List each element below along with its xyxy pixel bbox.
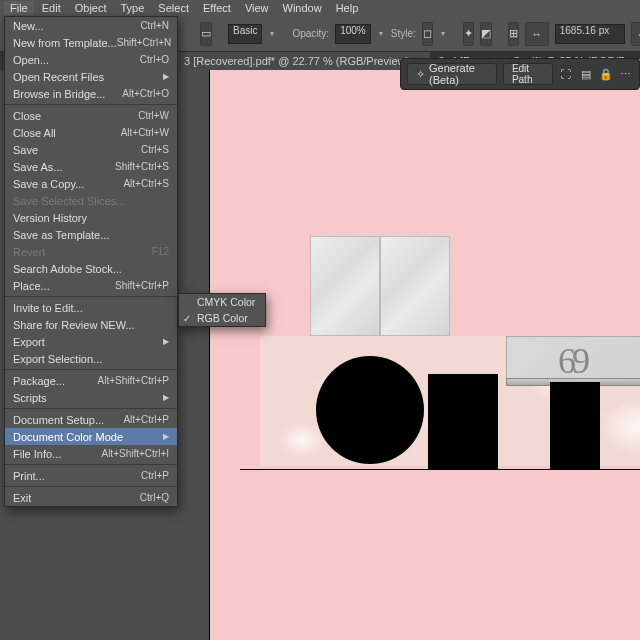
menu-item-label: Share for Review NEW... [13,319,135,331]
preset-dropdown[interactable]: Basic [228,24,262,44]
marble-block[interactable] [310,236,380,336]
black-rect[interactable] [550,382,600,469]
menu-item-label: Open... [13,54,49,66]
transform-icon[interactable]: ↔ [525,22,549,46]
menu-item[interactable]: Document Color Mode▶ [5,428,177,445]
width-field[interactable]: 1685.16 px [555,24,625,44]
menu-item[interactable]: ExitCtrl+Q [5,489,177,506]
menu-item-label: Package... [13,375,65,387]
menu-item[interactable]: Save a Copy...Alt+Ctrl+S [5,175,177,192]
generate-label: Generate (Beta) [429,62,488,86]
menu-item-label: Scripts [13,392,47,404]
menu-item[interactable]: Print...Ctrl+P [5,467,177,484]
shortcut-label: Alt+Ctrl+W [121,127,169,138]
marble-block[interactable] [380,236,450,336]
style-label: Style: [391,28,416,39]
menu-item[interactable]: Package...Alt+Shift+Ctrl+P [5,372,177,389]
menu-item[interactable]: Document Setup...Alt+Ctrl+P [5,411,177,428]
menu-item[interactable]: SaveCtrl+S [5,141,177,158]
menu-item-label: Save As... [13,161,63,173]
menu-item[interactable]: Place...Shift+Ctrl+P [5,277,177,294]
align-icon[interactable]: ⊞ [508,22,519,46]
stroke-width-icon[interactable]: ▭ [200,22,212,46]
menu-item[interactable]: Export▶ [5,333,177,350]
menu-item-label: File Info... [13,448,61,460]
menu-item-label: Document Setup... [13,414,104,426]
document-color-mode-submenu: CMYK ColorRGB Color [178,293,266,327]
menu-item[interactable]: File Info...Alt+Shift+Ctrl+I [5,445,177,462]
submenu-arrow-icon: ▶ [163,393,169,402]
submenu-arrow-icon: ▶ [163,72,169,81]
shortcut-label: Ctrl+O [140,54,169,65]
menu-item[interactable]: New from Template...Shift+Ctrl+N [5,34,177,51]
menu-item[interactable]: CloseCtrl+W [5,107,177,124]
black-rect[interactable] [428,374,498,469]
menu-item-label: Export Selection... [13,353,102,365]
document-tab[interactable]: 3 [Recovered].pdf* @ 22.77 % (RGB/Previe… [176,52,431,70]
menu-item[interactable]: Browse in Bridge...Alt+Ctrl+O [5,85,177,102]
opacity-label: Opacity: [292,28,329,39]
menubar-item-window[interactable]: Window [277,1,328,15]
edit-path-button[interactable]: Edit Path [503,63,553,85]
menu-item-label: Document Color Mode [13,431,123,443]
tab-label: 3 [Recovered].pdf* @ 22.77 % (RGB/Previe… [184,55,409,67]
file-menu: New...Ctrl+NNew from Template...Shift+Ct… [4,16,178,507]
artboard[interactable]: 69 [210,70,640,640]
menu-item[interactable]: Invite to Edit... [5,299,177,316]
tool-icon[interactable]: ✦ [463,22,474,46]
menubar: FileEditObjectTypeSelectEffectViewWindow… [0,0,640,16]
shortcut-label: Alt+Shift+Ctrl+I [101,448,169,459]
chevron-down-icon: ▾ [268,29,276,38]
menu-item-label: Open Recent Files [13,71,104,83]
menu-item[interactable]: Save as Template... [5,226,177,243]
menu-item[interactable]: Close AllAlt+Ctrl+W [5,124,177,141]
menu-item[interactable]: Save As...Shift+Ctrl+S [5,158,177,175]
shortcut-label: Ctrl+S [141,144,169,155]
shortcut-label: F12 [152,246,169,257]
crop-icon[interactable]: ⛶ [559,65,573,83]
more-icon[interactable]: ⋯ [619,65,633,83]
menubar-item-effect[interactable]: Effect [197,1,237,15]
menu-item: Save Selected Slices... [5,192,177,209]
menu-item[interactable]: Scripts▶ [5,389,177,406]
menubar-item-object[interactable]: Object [69,1,113,15]
menu-item-label: New from Template... [13,37,117,49]
menu-item-label: Invite to Edit... [13,302,83,314]
menu-item[interactable]: Search Adobe Stock... [5,260,177,277]
menubar-item-file[interactable]: File [4,1,34,15]
menu-item-label: Close All [13,127,56,139]
menu-item[interactable]: Export Selection... [5,350,177,367]
black-circle[interactable] [316,356,424,464]
link-icon[interactable]: ⇵ [631,22,640,46]
menu-item[interactable]: Open Recent Files▶ [5,68,177,85]
shortcut-label: Alt+Shift+Ctrl+P [98,375,169,386]
style-swatch[interactable]: ◻ [422,22,433,46]
tool-icon[interactable]: ◩ [480,22,492,46]
sparkle-icon: ✧ [416,68,425,81]
menu-item[interactable]: Open...Ctrl+O [5,51,177,68]
menubar-item-select[interactable]: Select [152,1,195,15]
submenu-item[interactable]: CMYK Color [179,294,265,310]
menubar-item-edit[interactable]: Edit [36,1,67,15]
menu-item[interactable]: New...Ctrl+N [5,17,177,34]
contextual-task-bar: ✧ Generate (Beta) Edit Path ⛶ ▤ 🔒 ⋯ [400,58,640,90]
shortcut-label: Alt+Ctrl+S [123,178,169,189]
shortcut-label: Ctrl+P [141,470,169,481]
arrange-icon[interactable]: ▤ [579,65,593,83]
menu-item-label: Print... [13,470,45,482]
menubar-item-type[interactable]: Type [115,1,151,15]
chevron-down-icon: ▾ [439,29,447,38]
menu-item[interactable]: Version History [5,209,177,226]
lock-icon[interactable]: 🔒 [599,65,613,83]
menubar-item-help[interactable]: Help [330,1,365,15]
menu-item-label: Close [13,110,41,122]
menu-item[interactable]: Share for Review NEW... [5,316,177,333]
generate-button[interactable]: ✧ Generate (Beta) [407,63,497,85]
menu-item-label: Export [13,336,45,348]
menubar-item-view[interactable]: View [239,1,275,15]
menu-item-label: Place... [13,280,50,292]
submenu-item[interactable]: RGB Color [179,310,265,326]
opacity-field[interactable]: 100% [335,24,371,44]
ground-line[interactable] [240,469,640,470]
shortcut-label: Alt+Ctrl+O [122,88,169,99]
